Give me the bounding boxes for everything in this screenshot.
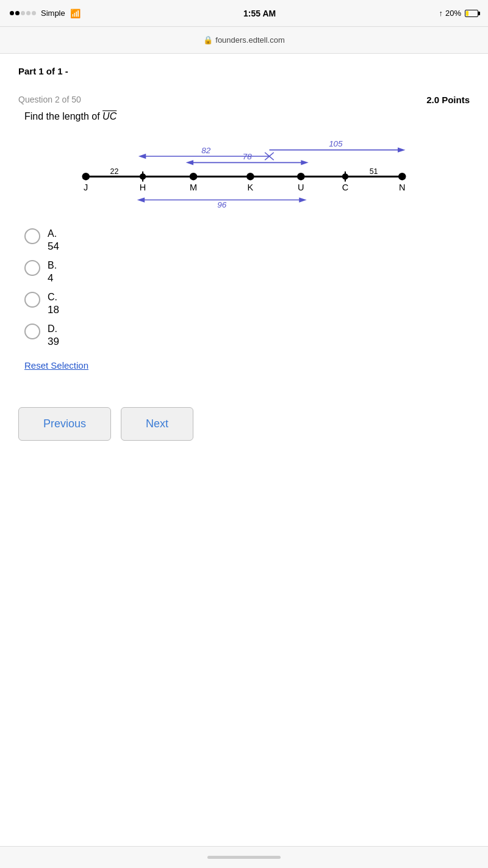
point-M xyxy=(190,173,197,180)
svg-text:K: K xyxy=(248,183,254,192)
diagram-svg: J H M K U C N 22 51 82 xyxy=(73,137,415,210)
part-label: Part 1 of 1 - xyxy=(18,66,470,76)
carrier-label: Simple xyxy=(41,9,65,18)
option-c[interactable]: C. 18 xyxy=(24,292,470,316)
radio-b[interactable] xyxy=(24,260,40,276)
reset-selection-link[interactable]: Reset Selection xyxy=(24,360,88,371)
svg-marker-25 xyxy=(137,197,145,202)
question-points: 2.0 Points xyxy=(426,95,470,105)
point-K xyxy=(246,173,254,180)
svg-marker-19 xyxy=(301,160,308,165)
bottom-bar xyxy=(0,846,488,868)
svg-marker-26 xyxy=(299,197,306,202)
svg-text:H: H xyxy=(140,183,146,192)
signal-dot-5 xyxy=(32,11,36,15)
lock-icon: 🔒 xyxy=(203,35,213,45)
main-content: Part 1 of 1 - Question 2 of 50 2.0 Point… xyxy=(0,54,488,465)
url-text: founders.edtell.com xyxy=(215,35,284,45)
location-icon: ↑ xyxy=(439,9,443,18)
battery-icon xyxy=(465,10,478,17)
wifi-icon: 📶 xyxy=(70,9,81,18)
svg-text:M: M xyxy=(190,183,197,192)
nav-buttons: Previous Next xyxy=(18,407,470,441)
option-d[interactable]: D. 39 xyxy=(24,324,470,348)
radio-d[interactable] xyxy=(24,324,40,339)
point-N xyxy=(398,173,406,180)
svg-text:C: C xyxy=(342,183,348,192)
question-number: Question 2 of 50 xyxy=(18,95,81,104)
svg-text:U: U xyxy=(298,183,304,192)
radio-a[interactable] xyxy=(24,228,40,244)
option-c-value: 18 xyxy=(48,304,59,316)
radio-c[interactable] xyxy=(24,292,40,308)
segment-label: UC xyxy=(102,111,117,121)
home-indicator xyxy=(207,856,281,859)
option-b-letter: B. xyxy=(48,260,57,271)
svg-text:105: 105 xyxy=(329,139,343,148)
battery-fill xyxy=(466,11,468,16)
signal-dots xyxy=(10,11,36,15)
svg-marker-22 xyxy=(398,147,405,152)
status-right: ↑ 20% xyxy=(439,9,478,18)
status-time: 1:55 AM xyxy=(243,9,276,18)
option-a-value: 54 xyxy=(48,241,59,253)
svg-text:J: J xyxy=(84,183,88,192)
option-a-letter: A. xyxy=(48,228,59,239)
point-J xyxy=(82,173,90,180)
question-text: Find the length of UC xyxy=(24,111,470,122)
point-U xyxy=(297,173,304,180)
option-c-letter: C. xyxy=(48,292,59,303)
option-b[interactable]: B. 4 xyxy=(24,260,470,284)
signal-dot-3 xyxy=(21,11,25,15)
option-d-letter: D. xyxy=(48,324,59,335)
option-a[interactable]: A. 54 xyxy=(24,228,470,253)
svg-marker-13 xyxy=(138,154,146,159)
svg-text:22: 22 xyxy=(110,167,118,176)
svg-text:82: 82 xyxy=(201,146,210,155)
svg-text:N: N xyxy=(399,183,405,192)
svg-marker-18 xyxy=(186,160,193,165)
signal-dot-4 xyxy=(26,11,30,15)
svg-text:78: 78 xyxy=(243,152,252,161)
next-button[interactable]: Next xyxy=(121,407,193,441)
signal-dot-2 xyxy=(15,11,20,15)
status-left: Simple 📶 xyxy=(10,9,81,18)
answer-options: A. 54 B. 4 C. 18 D. 39 xyxy=(24,228,470,348)
svg-text:51: 51 xyxy=(370,167,378,176)
number-line-diagram: J H M K U C N 22 51 82 xyxy=(73,137,415,210)
option-d-value: 39 xyxy=(48,336,59,348)
previous-button[interactable]: Previous xyxy=(18,407,111,441)
svg-text:96: 96 xyxy=(217,200,226,209)
battery-percent: 20% xyxy=(445,9,461,18)
url-bar: 🔒 founders.edtell.com xyxy=(0,27,488,54)
option-b-value: 4 xyxy=(48,272,57,284)
signal-dot-1 xyxy=(10,11,14,15)
status-bar: Simple 📶 1:55 AM ↑ 20% xyxy=(0,0,488,27)
question-header: Question 2 of 50 2.0 Points xyxy=(18,95,470,105)
